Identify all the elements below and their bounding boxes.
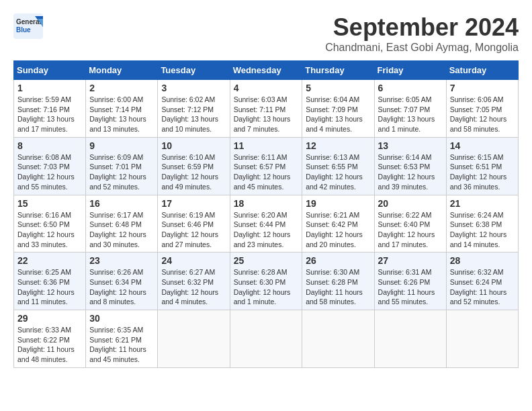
week-row-5: 29Sunrise: 6:33 AM Sunset: 6:22 PM Dayli… [14,310,519,368]
day-number: 9 [89,140,154,151]
weekday-header-sunday: Sunday [14,61,86,80]
day-number: 6 [378,83,443,93]
day-number: 18 [234,198,299,209]
calendar-cell: 4Sunrise: 6:03 AM Sunset: 7:11 PM Daylig… [230,80,302,138]
calendar-cell: 1Sunrise: 5:59 AM Sunset: 7:16 PM Daylig… [14,80,86,138]
day-info: Sunrise: 6:19 AM Sunset: 6:46 PM Dayligh… [161,210,226,250]
header: General Blue September 2024 Chandmani, E… [13,13,519,54]
calendar-cell: 11Sunrise: 6:11 AM Sunset: 6:57 PM Dayli… [230,137,302,195]
day-info: Sunrise: 6:00 AM Sunset: 7:14 PM Dayligh… [89,95,154,134]
calendar-cell: 28Sunrise: 6:32 AM Sunset: 6:24 PM Dayli… [446,253,518,310]
calendar-cell [158,310,230,368]
calendar-cell [230,310,302,368]
day-info: Sunrise: 6:28 AM Sunset: 6:30 PM Dayligh… [234,267,299,307]
calendar-cell: 20Sunrise: 6:22 AM Sunset: 6:40 PM Dayli… [374,195,446,253]
day-info: Sunrise: 6:27 AM Sunset: 6:32 PM Dayligh… [161,267,226,307]
week-row-3: 15Sunrise: 6:16 AM Sunset: 6:50 PM Dayli… [14,195,519,253]
weekday-header-monday: Monday [86,61,158,80]
day-number: 11 [234,140,299,151]
weekday-header-tuesday: Tuesday [158,61,230,80]
day-number: 7 [450,83,515,93]
day-info: Sunrise: 6:08 AM Sunset: 7:03 PM Dayligh… [17,152,82,192]
day-info: Sunrise: 6:05 AM Sunset: 7:07 PM Dayligh… [378,95,443,134]
day-number: 4 [234,83,299,93]
day-info: Sunrise: 6:04 AM Sunset: 7:09 PM Dayligh… [306,95,370,134]
calendar-cell: 13Sunrise: 6:14 AM Sunset: 6:53 PM Dayli… [374,137,446,195]
calendar-cell: 21Sunrise: 6:24 AM Sunset: 6:38 PM Dayli… [446,195,518,253]
day-number: 16 [89,198,154,209]
weekday-header-wednesday: Wednesday [230,61,302,80]
calendar-cell: 22Sunrise: 6:25 AM Sunset: 6:36 PM Dayli… [14,253,86,310]
week-row-4: 22Sunrise: 6:25 AM Sunset: 6:36 PM Dayli… [14,253,519,310]
day-info: Sunrise: 6:33 AM Sunset: 6:22 PM Dayligh… [17,325,82,365]
calendar-cell: 15Sunrise: 6:16 AM Sunset: 6:50 PM Dayli… [14,195,86,253]
day-number: 17 [161,198,226,209]
day-number: 1 [17,83,82,93]
day-info: Sunrise: 6:15 AM Sunset: 6:51 PM Dayligh… [450,152,515,192]
weekday-header-saturday: Saturday [446,61,518,80]
day-number: 28 [450,255,515,266]
day-number: 20 [378,198,443,209]
weekday-header-row: SundayMondayTuesdayWednesdayThursdayFrid… [14,61,519,80]
calendar-cell: 12Sunrise: 6:13 AM Sunset: 6:55 PM Dayli… [302,137,374,195]
calendar-cell: 17Sunrise: 6:19 AM Sunset: 6:46 PM Dayli… [158,195,230,253]
day-info: Sunrise: 6:10 AM Sunset: 6:59 PM Dayligh… [161,152,226,192]
day-number: 30 [89,313,154,324]
day-info: Sunrise: 6:35 AM Sunset: 6:21 PM Dayligh… [89,325,154,365]
day-info: Sunrise: 6:22 AM Sunset: 6:40 PM Dayligh… [378,210,443,250]
month-title: September 2024 [325,13,519,42]
calendar-cell: 10Sunrise: 6:10 AM Sunset: 6:59 PM Dayli… [158,137,230,195]
day-number: 23 [89,255,154,266]
day-number: 14 [450,140,515,151]
calendar-cell [302,310,374,368]
calendar-cell: 23Sunrise: 6:26 AM Sunset: 6:34 PM Dayli… [86,253,158,310]
day-info: Sunrise: 6:06 AM Sunset: 7:05 PM Dayligh… [450,95,515,134]
svg-text:Blue: Blue [16,26,31,34]
day-info: Sunrise: 6:30 AM Sunset: 6:28 PM Dayligh… [306,267,370,307]
calendar-table: SundayMondayTuesdayWednesdayThursdayFrid… [13,60,519,368]
day-info: Sunrise: 6:02 AM Sunset: 7:12 PM Dayligh… [161,95,226,134]
day-number: 19 [306,198,370,209]
day-number: 24 [161,255,226,266]
calendar-cell: 26Sunrise: 6:30 AM Sunset: 6:28 PM Dayli… [302,253,374,310]
day-number: 10 [161,140,226,151]
day-info: Sunrise: 6:13 AM Sunset: 6:55 PM Dayligh… [306,152,370,192]
day-info: Sunrise: 6:17 AM Sunset: 6:48 PM Dayligh… [89,210,154,250]
calendar-cell: 24Sunrise: 6:27 AM Sunset: 6:32 PM Dayli… [158,253,230,310]
title-section: September 2024 Chandmani, East Gobi Ayma… [325,13,519,54]
day-info: Sunrise: 6:25 AM Sunset: 6:36 PM Dayligh… [17,267,82,307]
calendar-cell: 25Sunrise: 6:28 AM Sunset: 6:30 PM Dayli… [230,253,302,310]
day-info: Sunrise: 6:09 AM Sunset: 7:01 PM Dayligh… [89,152,154,192]
day-info: Sunrise: 6:16 AM Sunset: 6:50 PM Dayligh… [17,210,82,250]
day-number: 3 [161,83,226,93]
day-info: Sunrise: 6:11 AM Sunset: 6:57 PM Dayligh… [234,152,299,192]
calendar-cell: 29Sunrise: 6:33 AM Sunset: 6:22 PM Dayli… [14,310,86,368]
calendar-cell: 7Sunrise: 6:06 AM Sunset: 7:05 PM Daylig… [446,80,518,138]
weekday-header-thursday: Thursday [302,61,374,80]
day-info: Sunrise: 6:32 AM Sunset: 6:24 PM Dayligh… [450,267,515,307]
calendar-cell: 16Sunrise: 6:17 AM Sunset: 6:48 PM Dayli… [86,195,158,253]
weekday-header-friday: Friday [374,61,446,80]
day-info: Sunrise: 6:20 AM Sunset: 6:44 PM Dayligh… [234,210,299,250]
day-number: 5 [306,83,370,93]
calendar-cell: 6Sunrise: 6:05 AM Sunset: 7:07 PM Daylig… [374,80,446,138]
calendar-cell: 2Sunrise: 6:00 AM Sunset: 7:14 PM Daylig… [86,80,158,138]
logo: General Blue [13,13,43,39]
calendar-cell: 30Sunrise: 6:35 AM Sunset: 6:21 PM Dayli… [86,310,158,368]
subtitle: Chandmani, East Gobi Aymag, Mongolia [325,42,519,54]
week-row-1: 1Sunrise: 5:59 AM Sunset: 7:16 PM Daylig… [14,80,519,138]
calendar-cell: 19Sunrise: 6:21 AM Sunset: 6:42 PM Dayli… [302,195,374,253]
calendar-cell: 9Sunrise: 6:09 AM Sunset: 7:01 PM Daylig… [86,137,158,195]
day-number: 12 [306,140,370,151]
calendar-cell [446,310,518,368]
calendar-cell [374,310,446,368]
day-info: Sunrise: 6:21 AM Sunset: 6:42 PM Dayligh… [306,210,370,250]
day-number: 15 [17,198,82,209]
day-info: Sunrise: 5:59 AM Sunset: 7:16 PM Dayligh… [17,95,82,134]
day-number: 25 [234,255,299,266]
calendar-cell: 5Sunrise: 6:04 AM Sunset: 7:09 PM Daylig… [302,80,374,138]
day-number: 21 [450,198,515,209]
week-row-2: 8Sunrise: 6:08 AM Sunset: 7:03 PM Daylig… [14,137,519,195]
calendar-cell: 14Sunrise: 6:15 AM Sunset: 6:51 PM Dayli… [446,137,518,195]
calendar-cell: 18Sunrise: 6:20 AM Sunset: 6:44 PM Dayli… [230,195,302,253]
